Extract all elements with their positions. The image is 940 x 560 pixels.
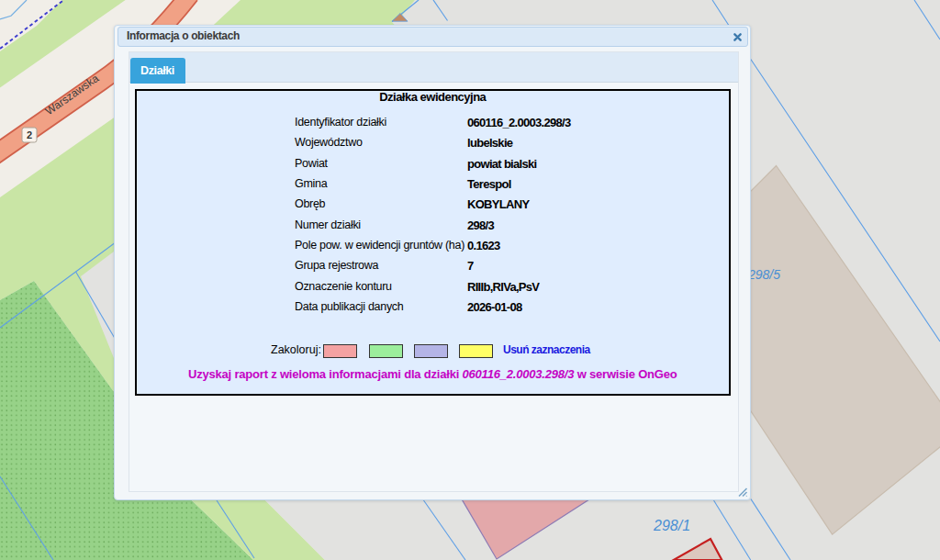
svg-text:2: 2 [27, 129, 32, 140]
svg-text:298/1: 298/1 [653, 518, 690, 533]
svg-text:298/5: 298/5 [747, 267, 780, 282]
